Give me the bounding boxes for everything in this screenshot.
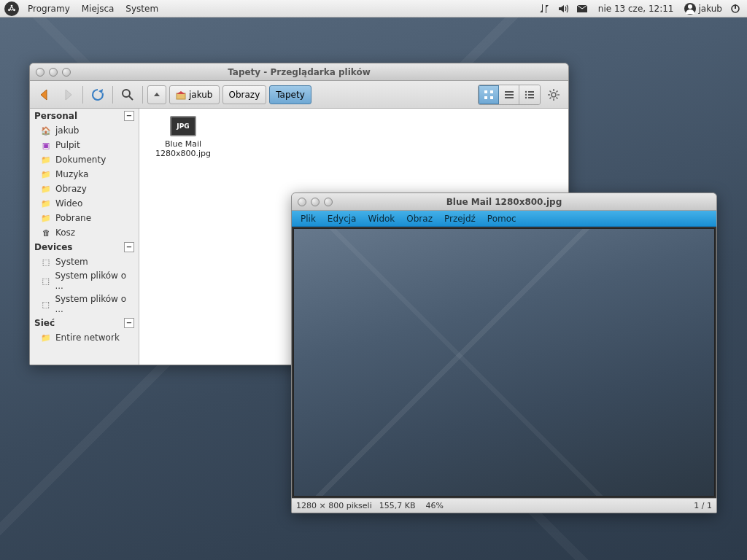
image-viewer-titlebar[interactable]: Blue Mail 1280x800.jpg	[292, 193, 716, 211]
sidebar-item-network[interactable]: 📁Entire network	[30, 330, 139, 345]
view-mode-group	[478, 85, 541, 105]
video-icon: 📁	[40, 198, 52, 209]
search-button[interactable]	[117, 85, 138, 105]
panel-menu-miejsca[interactable]: Miejsca	[76, 4, 120, 14]
sidebar-item-trash[interactable]: 🗑Kosz	[30, 225, 139, 240]
sidebar-item-music[interactable]: 📁Muzyka	[30, 167, 139, 182]
svg-rect-17	[505, 97, 514, 98]
power-icon[interactable]	[729, 3, 741, 15]
sidebar-item-downloads[interactable]: 📁Pobrane	[30, 211, 139, 225]
user-name: jakub	[699, 4, 723, 14]
sidebar-item-disk[interactable]: ⬚System	[30, 254, 139, 269]
path-segment-home[interactable]: jakub	[169, 85, 220, 104]
pictures-icon: 📁	[40, 183, 52, 195]
clock[interactable]: nie 13 cze, 12:11	[595, 4, 677, 14]
image-viewport[interactable]	[292, 227, 716, 498]
path-segment-tapety[interactable]: Tapety	[269, 85, 311, 104]
mail-icon[interactable]	[576, 3, 588, 15]
sidebar-section-personal[interactable]: Personal −	[30, 109, 139, 123]
window-close-button[interactable]	[298, 198, 306, 206]
file-item[interactable]: JPG Blue Mail 1280x800.jpg	[147, 116, 220, 357]
menu-pomoc[interactable]: Pomoc	[481, 214, 522, 224]
volume-icon[interactable]	[557, 3, 569, 15]
menu-plik[interactable]: Plik	[295, 214, 322, 224]
window-minimize-button[interactable]	[49, 68, 58, 77]
panel-menu-programy[interactable]: Programy	[22, 4, 76, 14]
download-icon: 📁	[40, 212, 52, 224]
back-button[interactable]	[34, 85, 55, 105]
svg-point-20	[525, 93, 527, 95]
user-menu[interactable]: jakub	[684, 3, 723, 15]
window-maximize-button[interactable]	[324, 198, 333, 206]
svg-point-22	[525, 96, 527, 98]
svg-point-9	[123, 90, 130, 97]
collapse-icon[interactable]: −	[124, 318, 134, 328]
svg-rect-11	[484, 90, 487, 93]
svg-rect-15	[505, 91, 514, 93]
svg-point-2	[8, 9, 10, 11]
list-view-button[interactable]	[499, 85, 519, 104]
file-browser-titlebar[interactable]: Tapety - Przeglądarka plików	[30, 63, 568, 81]
folder-icon: 📁	[40, 154, 52, 166]
breadcrumb: jakub Obrazy Tapety	[147, 85, 311, 104]
collapse-icon[interactable]: −	[124, 111, 134, 121]
image-viewer-menubar: Plik Edycja Widok Obraz Przejdź Pomoc	[292, 211, 716, 227]
home-icon: 🏠	[40, 125, 52, 136]
status-dimensions: 1280 × 800 pikseli	[296, 501, 372, 510]
status-page: 1 / 1	[694, 501, 712, 510]
disk-icon: ⬚	[40, 256, 52, 268]
forward-button[interactable]	[58, 85, 78, 105]
window-close-button[interactable]	[36, 68, 44, 77]
displayed-image	[293, 228, 715, 497]
sidebar-section-devices[interactable]: Devices −	[30, 240, 139, 254]
settings-button[interactable]	[543, 85, 564, 105]
svg-rect-10	[177, 93, 185, 99]
status-zoom: 46%	[425, 501, 443, 510]
menu-przejdz[interactable]: Przejdź	[438, 214, 481, 224]
path-up-button[interactable]	[147, 85, 166, 104]
menu-obraz[interactable]: Obraz	[400, 214, 438, 224]
trash-icon: 🗑	[40, 227, 52, 238]
sidebar-item-pictures[interactable]: 📁Obrazy	[30, 182, 139, 196]
file-browser-title: Tapety - Przeglądarka plików	[30, 67, 568, 77]
svg-rect-21	[528, 94, 534, 96]
svg-rect-16	[505, 94, 514, 96]
collapse-icon[interactable]: −	[124, 242, 134, 252]
compact-view-button[interactable]	[519, 85, 540, 104]
sidebar-section-network[interactable]: Sieć −	[30, 316, 139, 330]
svg-point-3	[13, 9, 15, 11]
icon-view-button[interactable]	[479, 85, 499, 104]
image-viewer-title: Blue Mail 1280x800.jpg	[292, 197, 716, 207]
network-icon[interactable]	[538, 3, 550, 15]
svg-rect-14	[490, 96, 493, 99]
music-icon: 📁	[40, 168, 52, 180]
sidebar-item-disk[interactable]: ⬚System plików o ...	[30, 292, 139, 316]
svg-rect-23	[528, 97, 534, 98]
home-folder-icon	[176, 90, 186, 100]
sidebar-item-video[interactable]: 📁Wideo	[30, 196, 139, 211]
sidebar-item-disk[interactable]: ⬚System plików o ...	[30, 269, 139, 292]
svg-rect-8	[735, 4, 736, 9]
file-browser-sidebar: Personal − 🏠jakub ▣Pulpit 📁Dokumenty 📁Mu…	[30, 109, 139, 365]
window-minimize-button[interactable]	[311, 198, 320, 206]
panel-menu-system[interactable]: System	[120, 4, 164, 14]
menu-edycja[interactable]: Edycja	[322, 214, 363, 224]
status-filesize: 155,7 KB	[379, 501, 416, 510]
file-browser-toolbar: jakub Obrazy Tapety	[30, 81, 568, 109]
sidebar-item-documents[interactable]: 📁Dokumenty	[30, 152, 139, 167]
file-thumbnail-icon: JPG	[170, 116, 196, 136]
path-segment-obrazy[interactable]: Obrazy	[222, 85, 267, 104]
reload-button[interactable]	[88, 85, 108, 105]
svg-point-1	[11, 4, 13, 7]
network-folder-icon: 📁	[40, 332, 52, 343]
svg-point-18	[525, 90, 527, 92]
user-avatar-icon	[684, 3, 696, 15]
top-panel: Programy Miejsca System nie 13 cze, 12:1…	[0, 0, 747, 18]
svg-point-24	[551, 93, 556, 97]
sidebar-item-home[interactable]: 🏠jakub	[30, 123, 139, 138]
ubuntu-logo-icon[interactable]	[4, 1, 19, 16]
sidebar-item-desktop[interactable]: ▣Pulpit	[30, 138, 139, 152]
menu-widok[interactable]: Widok	[362, 214, 400, 224]
window-maximize-button[interactable]	[62, 68, 71, 77]
system-tray: nie 13 cze, 12:11 jakub	[538, 3, 747, 15]
